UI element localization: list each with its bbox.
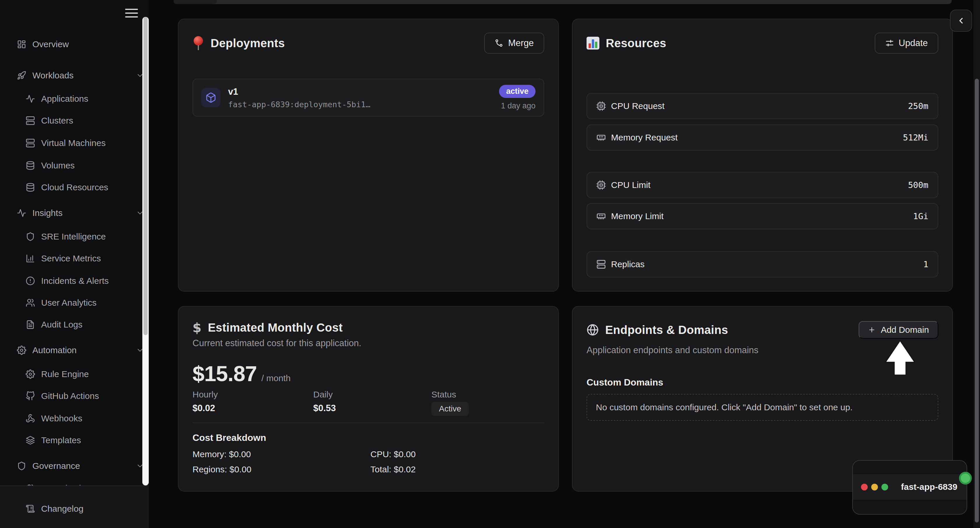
sidebar-item-label: SRE Intelligence	[41, 231, 106, 241]
users-icon	[25, 298, 35, 308]
cost-card: $ Estimated Monthly Cost Current estimat…	[178, 306, 559, 492]
resources-card: Resources Update REQUESTS (MINIMUM) CPU …	[572, 19, 953, 292]
sidebar-item-label: GitHub Actions	[41, 391, 99, 401]
cost-breakdown-grid: Memory: $0.00 CPU: $0.00 Regions: $0.00 …	[192, 449, 548, 474]
sidebar-item-label: Overview	[32, 39, 69, 49]
activity-icon	[17, 208, 26, 218]
card-title: Deployments	[211, 37, 285, 50]
add-domain-button[interactable]: Add Domain	[859, 321, 938, 339]
breakdown-title: Cost Breakdown	[192, 433, 266, 443]
endpoints-card-header: Endpoints & Domains	[587, 320, 728, 339]
memory-icon	[597, 133, 606, 142]
sidebar-item-label: Automation	[32, 345, 77, 355]
pushpin-icon	[192, 36, 204, 51]
sidebar-group-automation[interactable]: Automation	[0, 342, 159, 358]
scrolled-header-remnant	[173, 0, 952, 4]
sidebar-item-label: Rule Engine	[41, 369, 89, 379]
sidebar-item-label: Cloud Resources	[41, 182, 108, 192]
alert-circle-icon	[25, 276, 35, 285]
scrolled-tab-remnant	[173, 0, 217, 4]
webhook-icon	[25, 414, 35, 423]
server-icon	[597, 260, 606, 269]
card-title: Resources	[606, 37, 666, 50]
update-button[interactable]: Update	[875, 33, 938, 54]
file-text-icon	[25, 320, 35, 329]
resource-row-cpu-request[interactable]: CPU Request 250m	[587, 93, 938, 119]
deployment-info: v1 fast-app-6839:deployment-5bi1…	[228, 87, 371, 109]
pointer-arrow-annotation	[884, 339, 916, 376]
resource-value: 500m	[908, 180, 928, 190]
main-scrollbar-thumb[interactable]	[975, 79, 979, 522]
sidebar-item-label: Service Metrics	[41, 254, 101, 263]
bar-chart-icon	[25, 254, 35, 263]
breakdown-item: Memory: $0.00	[192, 449, 371, 459]
cost-subtitle: Current estimated cost for this applicat…	[192, 338, 361, 349]
sidebar-group-workloads[interactable]: Workloads	[0, 67, 159, 84]
sidebar-item-changelog[interactable]: Changelog	[0, 501, 168, 517]
sidebar-scrollbar-thumb[interactable]	[143, 17, 148, 335]
app-name: fast-app-6839	[901, 482, 957, 492]
deployment-identifier: fast-app-6839:deployment-5bi1…	[228, 100, 371, 109]
sidebar: Overview Workloads Applications Clusters…	[0, 0, 149, 528]
server-icon	[25, 116, 35, 125]
stat-status: Status Active	[431, 390, 469, 416]
dashboard-icon	[17, 40, 26, 49]
scroll-icon	[25, 504, 35, 514]
collapse-panel-button[interactable]	[950, 10, 972, 32]
card-title: Endpoints & Domains	[605, 323, 728, 336]
sidebar-group-governance[interactable]: Governance	[0, 458, 159, 474]
sidebar-item-label: Changelog	[41, 504, 83, 514]
breakdown-item: Total: $0.02	[371, 465, 548, 474]
sidebar-group-insights[interactable]: Insights	[0, 205, 159, 221]
cost-card-header: $ Estimated Monthly Cost	[192, 318, 343, 337]
sidebar-item-label: Governance	[32, 461, 80, 471]
breakdown-item: Regions: $0.00	[192, 465, 371, 474]
deployment-time: 1 day ago	[501, 101, 536, 111]
custom-domains-title: Custom Domains	[587, 377, 663, 388]
dollar-icon: $	[192, 320, 202, 335]
custom-domains-empty-state: No custom domains configured. Click "Add…	[587, 394, 938, 421]
traffic-light-red-icon	[861, 484, 868, 490]
gear-icon	[17, 346, 26, 355]
sidebar-item-label: Virtual Machines	[41, 138, 106, 148]
sidebar-item-label: Templates	[41, 435, 81, 445]
resource-row-memory-limit[interactable]: Memory Limit 1Gi	[587, 203, 938, 229]
resource-value: 1	[923, 259, 928, 269]
shield-icon	[17, 461, 26, 471]
memory-icon	[597, 212, 606, 221]
sidebar-toggle-button[interactable]	[125, 9, 138, 19]
shield-icon	[25, 232, 35, 241]
sidebar-item-label: User Analytics	[41, 298, 97, 308]
stat-hourly: Hourly $0.02	[192, 390, 218, 414]
app-preview-widget[interactable]: fast-app-6839	[852, 460, 967, 515]
sidebar-item-overview[interactable]: Overview	[0, 36, 159, 52]
package-icon	[201, 88, 221, 107]
status-badge: Active	[431, 402, 469, 416]
merge-button[interactable]: Merge	[484, 33, 544, 54]
stat-daily: Daily $0.53	[313, 390, 336, 414]
sidebar-item-label: Volumes	[41, 160, 75, 170]
endpoints-subtitle: Application endpoints and custom domains	[587, 345, 758, 355]
resource-row-replicas[interactable]: Replicas 1	[587, 251, 938, 277]
cpu-icon	[597, 180, 606, 190]
deployment-row[interactable]: v1 fast-app-6839:deployment-5bi1… active…	[192, 79, 544, 117]
divider	[192, 423, 544, 423]
server-icon	[25, 138, 35, 148]
deployment-meta: active 1 day ago	[499, 85, 536, 111]
resource-row-memory-request[interactable]: Memory Request 512Mi	[587, 124, 938, 151]
app-widget-bar[interactable]: fast-app-6839	[853, 474, 967, 499]
gear-icon	[25, 369, 35, 379]
card-title: Estimated Monthly Cost	[208, 321, 343, 334]
globe-icon	[587, 324, 599, 336]
resource-row-cpu-limit[interactable]: CPU Limit 500m	[587, 172, 938, 198]
sidebar-item-label: Webhooks	[41, 414, 82, 423]
plus-icon	[868, 326, 876, 334]
cost-amount-row: $15.87 / month	[192, 362, 291, 386]
deployment-status-badge: active	[499, 85, 536, 98]
sidebar-footer: Changelog	[0, 485, 149, 528]
sidebar-item-label: Audit Logs	[41, 320, 83, 330]
sidebar-item-label: Incidents & Alerts	[41, 276, 109, 286]
activity-icon	[25, 94, 35, 103]
app-root: Overview Workloads Applications Clusters…	[0, 0, 980, 528]
cost-period: / month	[261, 373, 291, 383]
